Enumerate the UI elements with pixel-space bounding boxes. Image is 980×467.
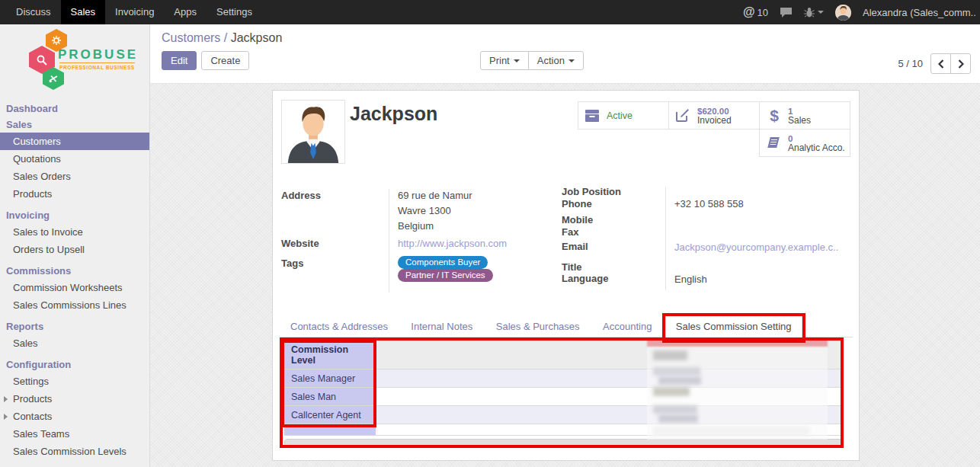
sidebar-item-config-contacts[interactable]: Contacts xyxy=(0,408,149,425)
sidebar-item-settings[interactable]: Settings xyxy=(0,373,149,390)
stat-button-grid: Active $620.00 Invoiced $ 1 Sales xyxy=(578,102,851,157)
sidebar-item-sales-commissions-lines[interactable]: Sales Commissions Lines xyxy=(0,296,149,314)
sidebar-item-config-products[interactable]: Products xyxy=(0,390,149,408)
sidebar-item-quotations[interactable]: Quotations xyxy=(0,150,149,168)
sidebar-item-orders-to-upsell[interactable]: Orders to Upsell xyxy=(0,241,149,258)
mentions-button[interactable]: @ 10 xyxy=(743,5,768,19)
breadcrumb: Customers / Jackpson xyxy=(162,31,282,45)
sidebar-heading-dashboard[interactable]: Dashboard xyxy=(0,101,149,117)
redacted-block xyxy=(653,405,697,414)
print-label: Print xyxy=(489,55,510,66)
sidebar-item-label: Products xyxy=(13,393,52,405)
tab-sales-purchases[interactable]: Sales & Purchases xyxy=(486,315,590,337)
sidebar-item-products[interactable]: Products xyxy=(0,185,149,203)
sales-count: 1 xyxy=(788,107,811,116)
user-menu[interactable]: Alexandra (Sales_comm.. xyxy=(863,7,977,18)
pager-previous-button[interactable] xyxy=(930,53,951,74)
menu-apps[interactable]: Apps xyxy=(164,0,207,24)
tab-sales-commission-setting[interactable]: Sales Commission Setting xyxy=(665,315,802,338)
create-button[interactable]: Create xyxy=(201,51,249,70)
sidebar-heading-commissions[interactable]: Commissions xyxy=(0,263,149,279)
commission-table: Commission Level Sales Manager Sales Man… xyxy=(284,338,842,446)
address-field-group: Address 69 rue de Namur Wavre 1300 Belgi… xyxy=(281,187,548,294)
address-label: Address xyxy=(281,190,321,201)
menu-settings[interactable]: Settings xyxy=(207,0,262,24)
tag-components-buyer: Components Buyer xyxy=(398,256,488,269)
record-sheet: Jackpson Active $620.00 Invoiced xyxy=(272,90,860,461)
sidebar-heading-invoicing[interactable]: Invoicing xyxy=(0,207,149,223)
sidebar-heading-reports[interactable]: Reports xyxy=(0,318,149,334)
website-link[interactable]: http://www.jackpson.com xyxy=(398,238,507,249)
sidebar-item-commission-worksheets[interactable]: Commission Worksheets xyxy=(0,279,149,296)
edit-button[interactable]: Edit xyxy=(162,51,197,70)
dollar-icon: $ xyxy=(767,108,782,123)
sidebar-item-reports-sales[interactable]: Sales xyxy=(0,334,149,352)
redacted-block xyxy=(658,376,701,385)
email-link[interactable]: Jackpson@yourcompany.example.c.. xyxy=(674,241,838,253)
email-label: Email xyxy=(562,241,588,252)
active-stat-button[interactable]: Active xyxy=(578,101,669,130)
redacted-block xyxy=(653,367,700,376)
control-panel: Customers / Jackpson Edit Create Print A… xyxy=(150,24,980,84)
cell-commission-level: Sales Manager xyxy=(284,369,376,387)
mobile-label: Mobile xyxy=(562,214,593,226)
pager-next-button[interactable] xyxy=(950,53,971,74)
language-value: English xyxy=(674,273,707,285)
content-area: Jackpson Active $620.00 Invoiced xyxy=(150,84,980,467)
chevron-down-icon xyxy=(514,59,520,62)
sidebar-heading-configuration[interactable]: Configuration xyxy=(0,357,149,373)
tab-contacts-addresses[interactable]: Contacts & Addresses xyxy=(280,315,398,337)
chat-icon[interactable] xyxy=(780,7,793,18)
cell-commission-level: Callcenter Agent xyxy=(284,406,376,424)
logo-subtitle: PROFESSIONAL BUSINESS xyxy=(59,62,135,70)
tab-internal-notes[interactable]: Internal Notes xyxy=(401,315,482,337)
sidebar-item-sales-commission-levels[interactable]: Sales Commission Levels xyxy=(0,443,149,460)
table-horizontal-scrollbar[interactable] xyxy=(284,439,842,446)
at-icon: @ xyxy=(743,5,755,19)
language-label: Language xyxy=(562,273,608,284)
address-line-3: Belgium xyxy=(398,220,434,232)
address-line-1: 69 rue de Namur xyxy=(398,190,472,201)
analytic-label: Analytic Acco... xyxy=(788,143,845,152)
menu-invoicing[interactable]: Invoicing xyxy=(105,0,164,24)
action-dropdown-button[interactable]: Action xyxy=(528,51,584,70)
sidebar-item-sales-teams[interactable]: Sales Teams xyxy=(0,425,149,443)
notebook-tabs: Contacts & Addresses Internal Notes Sale… xyxy=(280,315,853,337)
pager-counter: 5 / 10 xyxy=(898,58,923,69)
tab-accounting[interactable]: Accounting xyxy=(593,315,661,337)
title-label: Title xyxy=(562,261,582,273)
user-avatar[interactable] xyxy=(835,5,851,21)
print-dropdown-button[interactable]: Print xyxy=(480,51,529,70)
sales-stat-button[interactable]: $ 1 Sales xyxy=(759,101,850,130)
book-icon xyxy=(767,136,782,149)
logo-title: PROBUSE xyxy=(58,47,138,62)
tag-partner-it-services: Partner / IT Services xyxy=(398,269,493,282)
address-line-2: Wavre 1300 xyxy=(398,205,451,216)
probuse-logo: PROBUSE PROFESSIONAL BUSINESS xyxy=(0,24,149,93)
cell-commission-level: Sales Man xyxy=(284,388,376,405)
top-menu: Discuss Sales Invoicing Apps Settings xyxy=(6,0,262,24)
sidebar-heading-sales[interactable]: Sales xyxy=(0,117,149,133)
menu-discuss[interactable]: Discuss xyxy=(6,0,61,24)
sidebar: PROBUSE PROFESSIONAL BUSINESS Dashboard … xyxy=(0,24,150,467)
column-header-commission-level[interactable]: Commission Level xyxy=(284,341,376,369)
sidebar-item-sales-orders[interactable]: Sales Orders xyxy=(0,168,149,185)
invoiced-stat-button[interactable]: $620.00 Invoiced xyxy=(668,101,760,130)
analytic-accounts-stat-button[interactable]: 0 Analytic Acco... xyxy=(759,129,850,157)
redacted-block xyxy=(653,427,809,436)
menu-sales[interactable]: Sales xyxy=(61,0,106,24)
sidebar-item-customers[interactable]: Customers xyxy=(0,133,149,150)
debug-bug-icon[interactable] xyxy=(804,7,824,18)
archive-box-icon xyxy=(585,110,600,122)
customer-photo[interactable] xyxy=(281,100,345,164)
phone-value: +32 10 588 558 xyxy=(674,198,744,210)
sidebar-item-sales-to-invoice[interactable]: Sales to Invoice xyxy=(0,223,149,241)
edit-pencil-icon xyxy=(676,109,691,122)
sidebar-item-label: Contacts xyxy=(13,411,52,422)
invoiced-amount: $620.00 xyxy=(697,107,732,116)
redacted-pink-bar xyxy=(647,338,828,347)
record-title: Jackpson xyxy=(350,103,437,125)
mention-count: 10 xyxy=(757,7,768,18)
breadcrumb-customers-link[interactable]: Customers xyxy=(162,31,220,44)
fax-label: Fax xyxy=(562,226,578,238)
